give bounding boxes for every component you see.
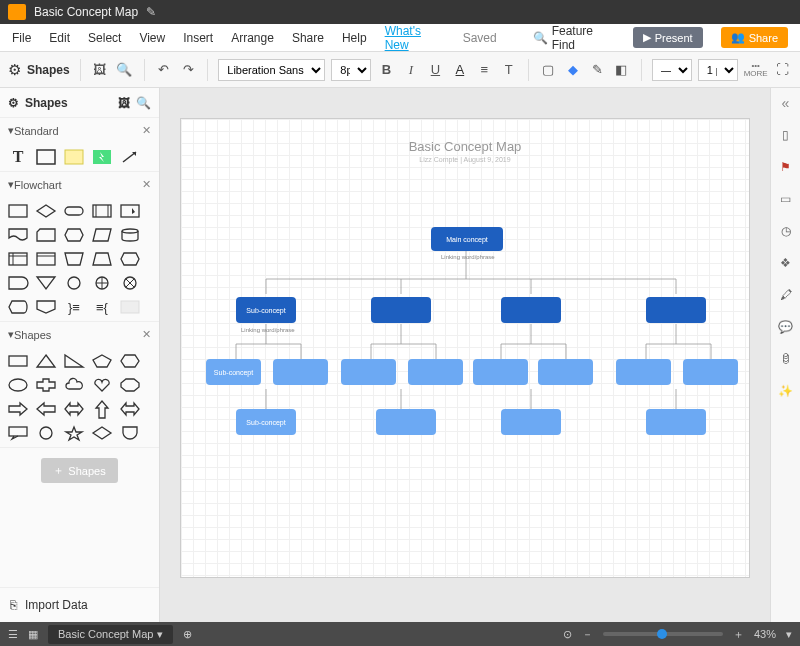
clock-icon[interactable]: ◷	[777, 222, 795, 240]
fill-icon[interactable]: ▢	[539, 60, 557, 80]
size-select[interactable]: 8pt	[331, 59, 371, 81]
text-color-icon[interactable]: A	[451, 60, 469, 80]
sh-circle[interactable]	[34, 423, 58, 443]
fc-rect[interactable]	[6, 201, 30, 221]
add-page-button[interactable]: ⊕	[183, 628, 192, 641]
sh-hexagon[interactable]	[118, 351, 142, 371]
search-icon[interactable]: 🔍	[136, 96, 151, 110]
sh-octagon[interactable]	[118, 375, 142, 395]
sh-diamond[interactable]	[90, 423, 114, 443]
font-select[interactable]: Liberation Sans	[218, 59, 325, 81]
node-sub3[interactable]	[501, 297, 561, 323]
menu-file[interactable]: File	[12, 31, 31, 45]
node-l4c[interactable]	[501, 409, 561, 435]
node-l3b[interactable]	[273, 359, 328, 385]
node-sub2[interactable]	[371, 297, 431, 323]
fc-loop[interactable]	[118, 249, 142, 269]
menu-help[interactable]: Help	[342, 31, 367, 45]
folder-icon[interactable]	[8, 4, 26, 20]
image-icon[interactable]: 🖼	[91, 60, 109, 80]
zoom-in-button[interactable]: ＋	[733, 627, 744, 642]
more-button[interactable]: •••MORE	[744, 62, 768, 78]
sh-arrow-r[interactable]	[6, 399, 30, 419]
node-l3f[interactable]	[538, 359, 593, 385]
fc-doc[interactable]	[6, 225, 30, 245]
fullscreen-icon[interactable]: ⛶	[774, 60, 792, 80]
fc-sumjunc[interactable]	[90, 273, 114, 293]
fc-predef[interactable]	[90, 201, 114, 221]
chat-icon[interactable]: 💬	[777, 318, 795, 336]
menu-view[interactable]: View	[139, 31, 165, 45]
fc-delay[interactable]	[6, 273, 30, 293]
page-tab[interactable]: Basic Concept Map ▾	[48, 625, 173, 644]
canvas-page[interactable]: Basic Concept Map Lizz Compte | August 9…	[180, 118, 750, 578]
sh-arrow-lr[interactable]	[62, 399, 86, 419]
fill-color-icon[interactable]: ◆	[563, 60, 581, 80]
fc-brace[interactable]: }≡	[62, 297, 86, 317]
sh-star[interactable]	[62, 423, 86, 443]
text-format-icon[interactable]: T	[500, 60, 518, 80]
node-sub1[interactable]: Sub-concept	[236, 297, 296, 323]
fc-blank[interactable]	[118, 297, 142, 317]
sh-rtriangle[interactable]	[62, 351, 86, 371]
menu-arrange[interactable]: Arrange	[231, 31, 274, 45]
share-button[interactable]: 👥 Share	[721, 27, 788, 48]
align-icon[interactable]: ≡	[475, 60, 493, 80]
node-l4b[interactable]	[376, 409, 436, 435]
rect-shape[interactable]	[34, 147, 58, 167]
fc-brace2[interactable]: ≡{	[90, 297, 114, 317]
grid-view-icon[interactable]: ▦	[28, 628, 38, 641]
fc-manual[interactable]	[62, 249, 86, 269]
sparkle-icon[interactable]: ✨	[777, 382, 795, 400]
fc-hex[interactable]	[62, 225, 86, 245]
menu-whatsnew[interactable]: What's New	[385, 24, 445, 52]
canvas-area[interactable]: Basic Concept Map Lizz Compte | August 9…	[160, 88, 770, 622]
node-l3g[interactable]	[616, 359, 671, 385]
chevron-down-icon[interactable]: ▾	[786, 628, 792, 641]
sh-pentagon[interactable]	[90, 351, 114, 371]
zoom-level[interactable]: 43%	[754, 628, 776, 640]
page-icon[interactable]: ▯	[777, 126, 795, 144]
list-view-icon[interactable]: ☰	[8, 628, 18, 641]
fc-terminator[interactable]	[62, 201, 86, 221]
node-l3h[interactable]	[683, 359, 738, 385]
sh-arrow-lr2[interactable]	[118, 399, 142, 419]
fc-cylinder[interactable]	[118, 225, 142, 245]
node-l3a[interactable]: Sub-concept	[206, 359, 261, 385]
line-width-select[interactable]: 1 px	[698, 59, 738, 81]
line-icon[interactable]: ✎	[588, 60, 606, 80]
node-main[interactable]: Main concept	[431, 227, 503, 251]
text-shape[interactable]: T	[6, 147, 30, 167]
sh-arrow-u[interactable]	[90, 399, 114, 419]
sh-callout[interactable]	[6, 423, 30, 443]
sh-cross[interactable]	[34, 375, 58, 395]
node-l3e[interactable]	[473, 359, 528, 385]
add-shapes-button[interactable]: ＋ Shapes	[41, 458, 117, 483]
fc-card[interactable]	[34, 225, 58, 245]
flag-icon[interactable]: ⚑	[777, 158, 795, 176]
node-l3d[interactable]	[408, 359, 463, 385]
zoom-slider[interactable]	[603, 632, 723, 636]
arrow-shape[interactable]	[118, 147, 142, 167]
gear-icon[interactable]: ⚙	[8, 61, 21, 79]
collapse-icon[interactable]: «	[777, 94, 795, 112]
sh-arrow-l[interactable]	[34, 399, 58, 419]
sh-shield[interactable]	[118, 423, 142, 443]
fc-parallelogram[interactable]	[90, 225, 114, 245]
close-icon[interactable]: ✕	[142, 178, 151, 191]
fc-display[interactable]	[6, 297, 30, 317]
line-style-select[interactable]: —	[652, 59, 692, 81]
present-button[interactable]: ▶ Present	[633, 27, 703, 48]
zoom-fit-icon[interactable]: ⊙	[563, 628, 572, 641]
menu-edit[interactable]: Edit	[49, 31, 70, 45]
italic-icon[interactable]: I	[402, 60, 420, 80]
underline-icon[interactable]: U	[426, 60, 444, 80]
fc-offpage[interactable]	[34, 297, 58, 317]
fc-internal[interactable]	[6, 249, 30, 269]
fc-diamond[interactable]	[34, 201, 58, 221]
rename-icon[interactable]: ✎	[146, 5, 156, 19]
undo-icon[interactable]: ↶	[154, 60, 172, 80]
search-icon[interactable]: 🔍	[115, 60, 133, 80]
sh-cloud[interactable]	[62, 375, 86, 395]
redo-icon[interactable]: ↷	[179, 60, 197, 80]
